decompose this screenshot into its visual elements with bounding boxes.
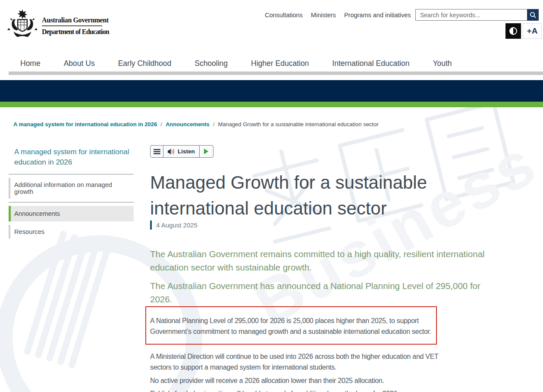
main-nav: Home About Us Early Childhood Schooling … [0,55,543,72]
menu-icon [154,149,160,154]
listen-play-button[interactable] [200,146,213,157]
contrast-icon [509,27,518,35]
page: Business Australian Government Departmen… [0,0,543,392]
article-date: 4 August 2025 [150,221,198,230]
coat-of-arms-logo [6,9,39,40]
sidebar-divider [9,174,134,174]
nav-item-home[interactable]: Home [20,59,41,68]
nav-item-higher-education[interactable]: Higher Education [251,59,309,68]
lead-paragraph: The Australian Government remains commit… [150,247,493,274]
nav-shadow-bar [9,72,543,75]
nav-item-schooling[interactable]: Schooling [195,59,228,68]
play-icon [204,149,209,154]
green-accent-bar [0,102,543,107]
nav-item-about-us[interactable]: About Us [64,59,95,68]
logo-government-line: Australian Government [42,16,111,24]
body-paragraph: A Ministerial Direction will continue to… [150,352,443,373]
sidebar-item-resources[interactable]: Resources [9,225,134,239]
nav-item-youth[interactable]: Youth [433,59,452,68]
sidebar-divider [9,202,134,202]
sidebar-nav: A managed system for international educa… [9,147,134,239]
listen-menu-button[interactable] [151,146,163,157]
breadcrumb-link-announcements[interactable]: Announcements [166,121,210,128]
sidebar-item-announcements[interactable]: Announcements [9,206,134,221]
utility-link-consultations[interactable]: Consultations [265,12,303,19]
hero-banner [0,80,543,102]
utility-link-ministers[interactable]: Ministers [311,12,336,19]
breadcrumb-separator: / [213,121,215,128]
breadcrumb-current-page: Managed Growth for a sustainable interna… [218,121,378,128]
listen-player: Listen [150,145,213,158]
body-paragraph: No active provider will receive a 2026 a… [150,376,443,386]
nav-item-early-childhood[interactable]: Early Childhood [118,59,172,68]
contrast-toggle-button[interactable] [505,23,521,39]
breadcrumb: A managed system for international educa… [13,121,379,128]
lead-paragraph: The Australian Government has announced … [150,279,493,306]
sidebar-title-link[interactable]: A managed system for international educa… [9,147,134,168]
highlighted-paragraph: A National Planning Level of 295,000 for… [150,316,443,337]
listen-label: Listen [178,148,195,155]
utility-nav: Consultations Ministers Programs and ini… [265,12,411,19]
logo-divider [42,25,102,26]
utility-link-programs[interactable]: Programs and initiatives [344,12,411,19]
watermark-business-text: Business [242,125,543,340]
nav-item-international-education[interactable]: International Education [332,59,409,68]
breadcrumb-link-managed-system[interactable]: A managed system for international educa… [13,121,157,128]
listen-button[interactable]: Listen [163,146,200,157]
page-title: Managed Growth for a sustainable interna… [150,170,499,221]
search-icon [530,12,536,18]
search-input[interactable] [415,9,527,21]
font-size-increase-button[interactable]: +A [523,23,542,39]
body-paragraph: Publicly funded universities will be abl… [150,389,443,392]
sidebar-item-additional-information[interactable]: Additional information on managed growth [9,178,134,199]
search-bar [415,9,539,21]
speaker-icon [168,149,175,155]
search-button[interactable] [527,9,539,21]
logo-text: Australian Government Department of Educ… [42,16,111,36]
breadcrumb-separator: / [160,121,162,128]
logo-department-line: Department of Education [42,28,111,36]
